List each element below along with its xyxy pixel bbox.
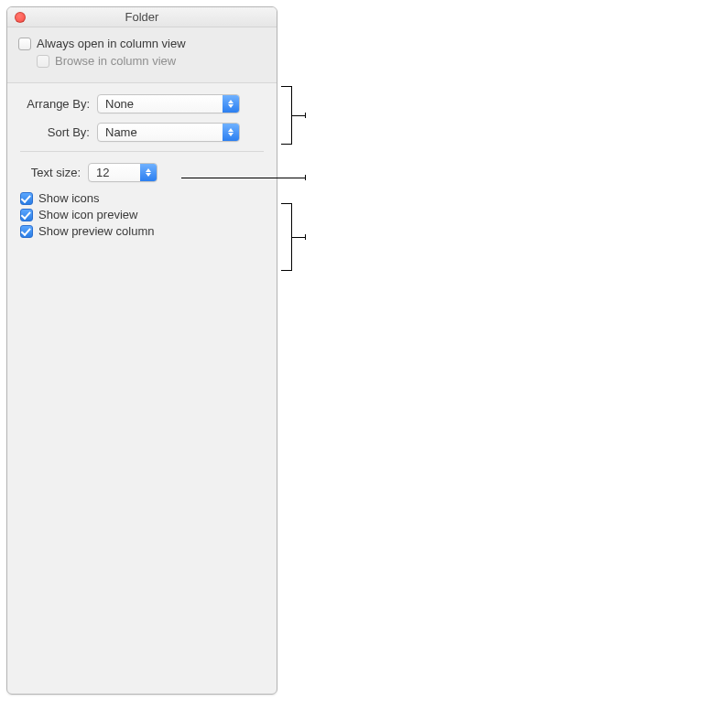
always-open-checkbox[interactable] [18, 38, 31, 50]
always-open-row: Always open in column view [18, 37, 266, 50]
sort-value: Name [105, 125, 137, 139]
arrange-value: None [105, 97, 134, 111]
textsize-row: Text size: 12 [20, 163, 264, 182]
textsize-label: Text size: [20, 166, 88, 179]
show-preview-column-checkbox[interactable] [20, 225, 33, 238]
textsize-value: 12 [96, 166, 109, 179]
view-options-window: Folder Always open in column view Browse… [6, 6, 277, 695]
titlebar: Folder [7, 7, 277, 27]
top-section: Always open in column view Browse in col… [7, 27, 277, 83]
annotation-line [292, 237, 305, 238]
show-icons-row: Show icons [20, 191, 264, 205]
options-group: Show icons Show icon preview Show previe… [20, 191, 264, 238]
show-preview-column-label: Show preview column [38, 224, 154, 238]
updown-icon [223, 95, 239, 113]
show-icon-preview-row: Show icon preview [20, 208, 264, 221]
close-button[interactable] [15, 12, 26, 23]
arrange-label: Arrange By: [20, 97, 97, 111]
show-icons-checkbox[interactable] [20, 192, 33, 205]
window-title: Folder [125, 10, 159, 24]
browse-row: Browse in column view [18, 54, 266, 68]
mid-section: Arrange By: None Sort By: Name Text size… [7, 83, 277, 243]
sort-label: Sort By: [20, 125, 97, 139]
show-preview-column-row: Show preview column [20, 224, 264, 238]
show-icon-preview-label: Show icon preview [38, 208, 137, 221]
show-icon-preview-checkbox[interactable] [20, 209, 33, 221]
annotation-line [292, 115, 305, 116]
sort-row: Sort By: Name [20, 123, 264, 142]
window-content: Always open in column view Browse in col… [7, 27, 277, 243]
sort-popup[interactable]: Name [97, 123, 240, 142]
updown-icon [140, 164, 157, 181]
annotation-tick [305, 175, 306, 180]
divider [20, 151, 264, 152]
browse-label: Browse in column view [55, 54, 176, 68]
show-icons-label: Show icons [38, 191, 99, 205]
arrange-popup[interactable]: None [97, 94, 240, 113]
updown-icon [223, 124, 239, 141]
arrange-row: Arrange By: None [20, 94, 264, 113]
always-open-label: Always open in column view [37, 37, 186, 50]
annotation-tick [305, 113, 306, 118]
annotation-bracket [281, 203, 292, 271]
textsize-popup[interactable]: 12 [88, 163, 158, 182]
annotation-tick [305, 234, 306, 240]
annotation-bracket [281, 86, 292, 145]
browse-checkbox [37, 55, 49, 68]
